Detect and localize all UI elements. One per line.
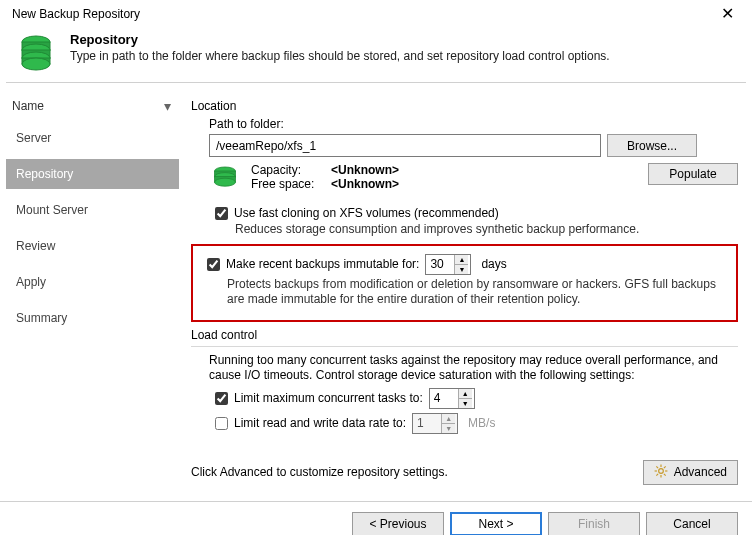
svg-line-18 bbox=[664, 474, 666, 476]
advanced-button[interactable]: Advanced bbox=[643, 460, 738, 485]
advanced-hint: Click Advanced to customize repository s… bbox=[191, 465, 448, 479]
svg-point-11 bbox=[215, 178, 236, 186]
immutable-highlight: Make recent backups immutable for: ▲ ▼ d… bbox=[191, 244, 738, 322]
window-title: New Backup Repository bbox=[12, 7, 140, 21]
spinner-up-icon: ▲ bbox=[441, 414, 455, 424]
limit-tasks-spinner[interactable]: ▲ ▼ bbox=[429, 388, 475, 409]
previous-button[interactable]: < Previous bbox=[352, 512, 444, 535]
spinner-up-icon[interactable]: ▲ bbox=[454, 255, 468, 265]
location-section-label: Location bbox=[191, 99, 738, 113]
svg-line-17 bbox=[656, 466, 658, 468]
limit-tasks-input[interactable] bbox=[430, 389, 458, 408]
nav-item-server[interactable]: Server bbox=[6, 123, 179, 153]
svg-line-20 bbox=[664, 466, 666, 468]
sort-icon[interactable]: ▾ bbox=[164, 99, 173, 113]
freespace-value: <Unknown> bbox=[331, 177, 399, 191]
fastclone-checkbox[interactable] bbox=[215, 207, 228, 220]
limit-rate-unit: MB/s bbox=[468, 416, 495, 430]
advanced-button-label: Advanced bbox=[674, 465, 727, 479]
storage-icon bbox=[209, 163, 241, 198]
nav-item-mount-server[interactable]: Mount Server bbox=[6, 195, 179, 225]
load-desc: Running too many concurrent tasks agains… bbox=[209, 353, 738, 384]
finish-button: Finish bbox=[548, 512, 640, 535]
gear-icon bbox=[654, 464, 668, 481]
populate-button[interactable]: Populate bbox=[648, 163, 738, 185]
repository-icon bbox=[16, 32, 56, 72]
limit-rate-input bbox=[413, 414, 441, 433]
limit-rate-checkbox[interactable] bbox=[215, 417, 228, 430]
immutable-days-spinner[interactable]: ▲ ▼ bbox=[425, 254, 471, 275]
limit-rate-spinner: ▲ ▼ bbox=[412, 413, 458, 434]
nav-header: Name bbox=[12, 99, 44, 113]
page-title: Repository bbox=[70, 32, 610, 47]
close-icon[interactable]: ✕ bbox=[715, 6, 740, 22]
svg-line-19 bbox=[656, 474, 658, 476]
immutable-unit: days bbox=[481, 257, 506, 271]
path-label: Path to folder: bbox=[209, 117, 738, 131]
nav-item-summary[interactable]: Summary bbox=[6, 303, 179, 333]
svg-point-6 bbox=[22, 58, 50, 70]
freespace-label: Free space: bbox=[251, 177, 327, 191]
nav-item-review[interactable]: Review bbox=[6, 231, 179, 261]
immutable-label: Make recent backups immutable for: bbox=[226, 257, 419, 271]
cancel-button[interactable]: Cancel bbox=[646, 512, 738, 535]
nav-item-apply[interactable]: Apply bbox=[6, 267, 179, 297]
capacity-label: Capacity: bbox=[251, 163, 327, 177]
immutable-desc: Protects backups from modification or de… bbox=[227, 277, 730, 308]
spinner-down-icon[interactable]: ▼ bbox=[458, 399, 472, 408]
fastclone-label: Use fast cloning on XFS volumes (recomme… bbox=[234, 206, 499, 220]
browse-button[interactable]: Browse... bbox=[607, 134, 697, 157]
svg-point-12 bbox=[658, 469, 663, 474]
fastclone-desc: Reduces storage consumption and improves… bbox=[235, 222, 738, 238]
immutable-days-input[interactable] bbox=[426, 255, 454, 274]
next-button[interactable]: Next > bbox=[450, 512, 542, 535]
spinner-down-icon: ▼ bbox=[441, 424, 455, 433]
capacity-value: <Unknown> bbox=[331, 163, 399, 177]
spinner-up-icon[interactable]: ▲ bbox=[458, 389, 472, 399]
path-input[interactable] bbox=[209, 134, 601, 157]
load-section-label: Load control bbox=[191, 328, 738, 342]
immutable-checkbox[interactable] bbox=[207, 258, 220, 271]
nav-item-repository[interactable]: Repository bbox=[6, 159, 179, 189]
page-subtitle: Type in path to the folder where backup … bbox=[70, 49, 610, 63]
limit-rate-label: Limit read and write data rate to: bbox=[234, 416, 406, 430]
spinner-down-icon[interactable]: ▼ bbox=[454, 265, 468, 274]
limit-tasks-label: Limit maximum concurrent tasks to: bbox=[234, 391, 423, 405]
limit-tasks-checkbox[interactable] bbox=[215, 392, 228, 405]
